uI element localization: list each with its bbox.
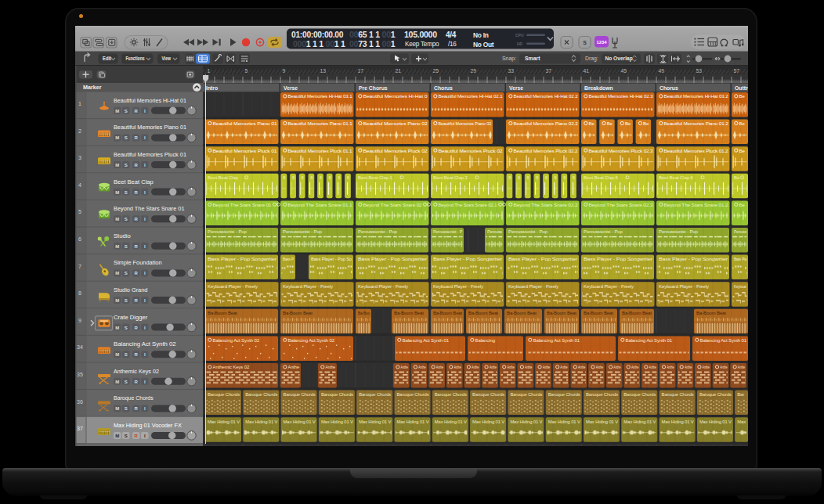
- svg-text:Baroque Chords: Baroque Chords: [435, 392, 467, 397]
- svg-text:Baroque Chords: Baroque Chords: [662, 392, 694, 397]
- svg-text:Keyboard Player - Freely: Keyboard Player - Freely: [433, 284, 483, 289]
- svg-text:View: View: [162, 56, 172, 61]
- svg-text:Drag:: Drag:: [585, 56, 598, 62]
- svg-text:Beautiful Memories Pluck 02: Beautiful Memories Pluck 02: [439, 149, 504, 153]
- svg-text:Keyboard Player - Freely: Keyboard Player - Freely: [358, 284, 408, 289]
- svg-text:R: R: [135, 109, 139, 113]
- svg-text:Beyond The Stars Snare 02.1: Beyond The Stars Snare 02.1: [439, 203, 498, 207]
- svg-text:Max Hiding 01 V: Max Hiding 01 V: [359, 419, 391, 424]
- svg-text:Beautiful Memories Hi-Hat 02.3: Beautiful Memories Hi-Hat 02.3: [589, 94, 654, 99]
- svg-text:Marker: Marker: [83, 84, 102, 91]
- svg-text:Beet Beat Clap.6: Beet Beat Clap.6: [659, 175, 694, 180]
- svg-text:B: B: [347, 175, 349, 180]
- svg-text:Be: Be: [739, 121, 746, 126]
- svg-text:S: S: [125, 380, 128, 384]
- svg-text:Anthe: Anthe: [578, 365, 585, 369]
- svg-text:Beet Beat Clap: Beet Beat Clap: [114, 178, 154, 185]
- svg-text:Anthe: Anthe: [667, 365, 674, 369]
- svg-text:01:00:00:00.00: 01:00:00:00.00: [291, 31, 344, 39]
- svg-text:B: B: [509, 175, 511, 180]
- svg-text:CPU: CPU: [515, 33, 524, 38]
- svg-text:M: M: [115, 190, 119, 195]
- svg-text:M: M: [115, 434, 119, 438]
- svg-text:Percussionist - Pop: Percussionist - Pop: [584, 229, 623, 234]
- svg-text:Edit: Edit: [103, 56, 112, 61]
- svg-text:Snap:: Snap:: [502, 56, 516, 62]
- svg-text:M: M: [115, 406, 119, 411]
- svg-text:M: M: [115, 380, 119, 384]
- svg-text:Beautiful Memories Piano 01: Beautiful Memories Piano 01: [213, 121, 278, 126]
- svg-text:Beet Beat Clap.5: Beet Beat Clap.5: [584, 175, 619, 180]
- svg-text:M: M: [115, 326, 119, 330]
- svg-text:Balancing Act Synth 01: Balancing Act Synth 01: [700, 338, 747, 343]
- svg-text:Be: Be: [739, 94, 746, 99]
- svg-text:Beautiful Memories Piano 01.2: Beautiful Memories Piano 01.2: [664, 121, 729, 126]
- svg-text:Percussionist - Pop: Percussionist - Pop: [659, 229, 699, 234]
- svg-text:M: M: [115, 163, 119, 167]
- svg-text:Max Hiding 01 Vocoder FX: Max Hiding 01 Vocoder FX: [114, 422, 182, 429]
- svg-text:Beet Beat Clap.3: Beet Beat Clap.3: [433, 175, 468, 180]
- svg-text:M: M: [115, 244, 119, 249]
- svg-text:21: 21: [396, 68, 402, 74]
- svg-text:B: B: [573, 175, 575, 180]
- svg-text:Beyond The Stars Snare 02: Beyond The Stars Snare 02: [363, 203, 423, 207]
- svg-text:M: M: [115, 109, 119, 113]
- svg-text:M: M: [115, 352, 119, 357]
- svg-text:Ba-Boom Beat: Ba-Boom Beat: [507, 311, 537, 315]
- svg-text:Keyboard Player - Freely: Keyboard Player - Freely: [208, 284, 258, 289]
- svg-text:Balancing Act Synth 02: Balancing Act Synth 02: [114, 340, 176, 347]
- svg-text:No Out: No Out: [473, 41, 494, 49]
- svg-text:Be: Be: [643, 121, 649, 126]
- svg-text:Ba-Boom Beat: Ba-Boom Beat: [394, 311, 424, 315]
- svg-text:Beautiful Memories Hi-Hat 03.2: Beautiful Memories Hi-Hat 03.2: [664, 94, 729, 99]
- svg-text:57: 57: [734, 68, 740, 74]
- svg-text:9: 9: [283, 68, 286, 74]
- svg-text:Breakdown: Breakdown: [584, 85, 613, 91]
- svg-text:S: S: [125, 352, 128, 357]
- svg-text:Anthemic Keys 02: Anthemic Keys 02: [213, 365, 251, 369]
- svg-text:Beet Beat Clap.1: Beet Beat Clap.1: [358, 175, 393, 180]
- svg-text:Studio Grand: Studio Grand: [114, 286, 147, 293]
- svg-text:Beyond The Stars Snare 02.2: Beyond The Stars Snare 02.2: [514, 203, 579, 207]
- svg-text:5: 5: [245, 68, 248, 74]
- svg-text:Keyboard Player - Freely: Keyboard Player - Freely: [508, 284, 558, 289]
- svg-text:Beautiful Memories Pluck 01.2: Beautiful Memories Pluck 01.2: [664, 149, 729, 153]
- svg-text:Functions: Functions: [126, 56, 145, 61]
- svg-text:0065 1 1 001: 0065 1 1 001: [349, 30, 396, 39]
- svg-text:17: 17: [358, 68, 364, 74]
- svg-text:Beautiful Memories Pluck 02.2: Beautiful Memories Pluck 02.2: [514, 149, 579, 153]
- svg-text:M: M: [115, 135, 119, 140]
- svg-text:No In: No In: [473, 31, 489, 39]
- svg-text:Bass Pla: Bass Pla: [734, 257, 747, 261]
- svg-text:Baroque Chords: Baroque Chords: [397, 392, 429, 397]
- svg-text:S: S: [125, 298, 128, 303]
- svg-text:Beautiful Memories Hi-Hat 0: Beautiful Memories Hi-Hat 0: [363, 94, 428, 99]
- svg-text:S: S: [125, 326, 128, 330]
- svg-text:Anthe: Anthe: [454, 365, 461, 369]
- svg-text:Bass Player - Pop Songwriter: Bass Player - Pop Songwriter: [508, 257, 577, 261]
- svg-text:Simple Foundation: Simple Foundation: [114, 259, 162, 266]
- svg-text:25: 25: [433, 68, 439, 74]
- svg-text:B: B: [302, 175, 304, 180]
- svg-text:Anthe: Anthe: [613, 365, 620, 369]
- svg-text:Anthe: Anthe: [490, 365, 497, 369]
- svg-text:Beautiful Memories Hi-Hat 02.2: Beautiful Memories Hi-Hat 02.2: [514, 94, 579, 99]
- svg-text:B: B: [338, 175, 340, 180]
- svg-text:Keyboard Player - Freely: Keyboard Player - Freely: [659, 284, 709, 289]
- svg-text:Be: Be: [589, 121, 595, 126]
- svg-text:S: S: [125, 244, 128, 249]
- svg-text:S: S: [125, 406, 128, 411]
- svg-text:0001 1 1 001 1: 0001 1 1 001 1: [293, 39, 345, 49]
- svg-text:R: R: [135, 298, 139, 303]
- svg-text:Anthe: Anthe: [326, 365, 336, 369]
- svg-text:R: R: [135, 190, 139, 195]
- svg-text:/16: /16: [448, 41, 457, 48]
- svg-text:Beet Beat Clap: Beet Beat Clap: [208, 175, 239, 180]
- svg-text:S: S: [125, 434, 128, 438]
- svg-text:S: S: [125, 190, 128, 195]
- svg-text:Be: Be: [739, 149, 746, 153]
- svg-text:B: B: [536, 175, 538, 180]
- svg-text:Baroque Chords: Baroque Chords: [472, 392, 504, 397]
- svg-text:R: R: [135, 271, 139, 275]
- svg-text:Max Hiding 01 V: Max Hiding 01 V: [435, 419, 467, 424]
